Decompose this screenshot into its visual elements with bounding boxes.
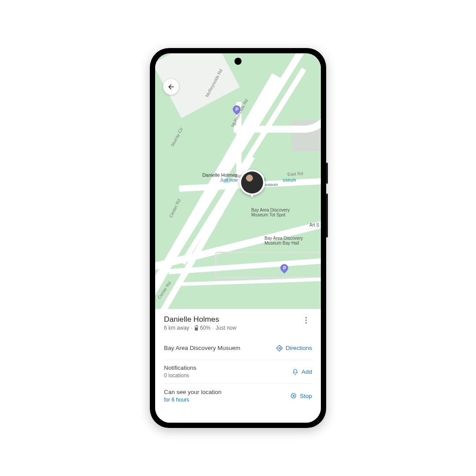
road-label-east: East Rd [287, 171, 303, 177]
add-notification-button[interactable]: Add [292, 368, 312, 376]
person-card: Danielle Holmes 6 km away · 60% · Just n… [155, 309, 321, 423]
hw-button-1 [326, 163, 328, 184]
notifications-row: Notifications 0 locations Add [164, 360, 312, 384]
stop-label: Stop [300, 393, 312, 399]
road-label-murray: Murray Cir [170, 126, 184, 147]
hw-button-2 [326, 193, 328, 238]
location-title: Bay Area Discovery Musuem [164, 344, 240, 352]
card-name: Danielle Holmes [164, 315, 300, 324]
add-label: Add [301, 368, 312, 375]
poi-museum[interactable]: B useum museum [263, 178, 296, 187]
sharing-row: Can see your location for 6 hours Stop [164, 384, 312, 408]
battery-text: 60% [200, 325, 211, 331]
battery-icon [195, 326, 198, 331]
dots-vertical-icon [305, 317, 307, 318]
person-location-marker[interactable]: Danielle Holmes Just now [239, 170, 265, 195]
distance-text: 6 km away [164, 325, 189, 331]
poi-bay-hall[interactable]: Bay Area DiscoveryMuseum Bay Hall [264, 236, 303, 245]
marker-name: Danielle Holmes [202, 172, 238, 178]
poi-tot-spot[interactable]: Bay Area DiscoveryMuseum Tot Spot [251, 208, 290, 217]
road-label-center: Center Rd [168, 198, 182, 219]
directions-label: Directions [286, 345, 312, 351]
notifications-title: Notifications [164, 364, 197, 371]
phone-frame: McReynolds Rd McReynolds Rd Murray Cir C… [150, 48, 326, 428]
poi-text: useum [283, 178, 296, 182]
back-button[interactable] [163, 79, 179, 95]
marker-time: Just now [202, 178, 238, 182]
sharing-subtitle[interactable]: for 6 hours [164, 396, 222, 404]
location-row: Bay Area Discovery Musuem Directions [164, 336, 312, 360]
stop-sharing-button[interactable]: Stop [290, 392, 312, 399]
overflow-menu-button[interactable] [300, 315, 312, 324]
arrow-left-icon [167, 83, 175, 91]
avatar-icon [241, 171, 263, 193]
poi-art-s[interactable]: Art S [309, 223, 319, 227]
bell-add-icon [292, 368, 299, 376]
notifications-subtitle: 0 locations [164, 372, 197, 379]
map-canvas[interactable]: McReynolds Rd McReynolds Rd Murray Cir C… [155, 53, 321, 311]
marker-caption: Danielle Holmes Just now [202, 172, 238, 182]
directions-icon [276, 345, 283, 352]
sharing-title: Can see your location [164, 389, 222, 395]
directions-button[interactable]: Directions [276, 345, 312, 352]
circle-x-icon [290, 392, 297, 399]
updated-text: Just now [216, 325, 236, 331]
screen: McReynolds Rd McReynolds Rd Murray Cir C… [155, 53, 321, 423]
card-subtitle: 6 km away · 60% · Just now [164, 325, 300, 331]
camera-punch-hole [234, 58, 242, 65]
marker-pointer-icon [249, 193, 255, 198]
poi-subtext: museum [263, 182, 296, 187]
